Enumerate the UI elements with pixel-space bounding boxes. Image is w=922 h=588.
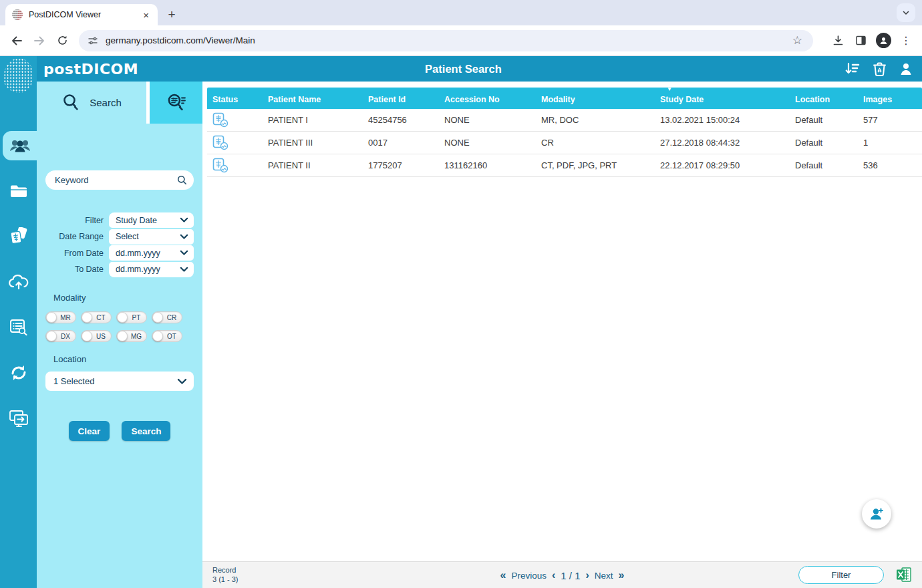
column-header-patient-name[interactable]: Patient Name: [263, 88, 363, 109]
location-select[interactable]: 1 Selected: [45, 372, 194, 391]
table-row[interactable]: PATIENT I 45254756 NONE MR, DOC 13.02.20…: [207, 109, 922, 132]
url-bar[interactable]: germany.postdicom.com/Viewer/Main ☆: [79, 30, 813, 51]
add-patient-fab[interactable]: [862, 499, 891, 529]
previous-page-icon[interactable]: ‹: [552, 569, 555, 581]
site-settings-icon[interactable]: [86, 33, 100, 48]
screen: PostDICOM Viewer × + germany.postdicom.c…: [0, 0, 922, 588]
downloads-icon[interactable]: [826, 29, 849, 52]
column-header-study-date[interactable]: ▼Study Date: [655, 88, 790, 109]
sidebar-item-sync[interactable]: [0, 358, 37, 388]
tab-advanced-search[interactable]: [150, 82, 202, 124]
cell-patient-name: PATIENT III: [263, 132, 363, 154]
profile-avatar-icon[interactable]: [876, 33, 891, 48]
modality-toggle-dx[interactable]: DX: [45, 330, 76, 342]
modality-toggles: MR CT PT CR DX US MG OT: [45, 311, 187, 342]
sort-order-icon[interactable]: [845, 62, 860, 76]
modality-toggle-ot[interactable]: OT: [152, 330, 182, 342]
column-header-location[interactable]: Location: [790, 88, 858, 109]
filter-select[interactable]: dd.mm.yyyy: [109, 262, 194, 277]
table-row[interactable]: PATIENT III 0017 NONE CR 27.12.2018 08:4…: [207, 132, 922, 154]
table-row[interactable]: PATIENT II 1775207 131162160 CT, PDF, JP…: [207, 154, 922, 177]
filter-button[interactable]: Filter: [798, 566, 884, 584]
chevron-down-icon: [180, 250, 188, 256]
side-panel-icon[interactable]: [849, 29, 872, 52]
results-area: StatusPatient NamePatient IdAccession No…: [202, 82, 922, 588]
cell-study-date: 13.02.2021 15:00:24: [655, 109, 790, 131]
sidebar-item-patients[interactable]: [3, 131, 37, 160]
column-header-modality[interactable]: Modality: [536, 88, 655, 109]
list-search-icon: [9, 319, 28, 336]
filter-select[interactable]: dd.mm.yyyy: [109, 245, 194, 261]
filter-label: Filter: [45, 216, 109, 225]
search-icon: [61, 93, 82, 113]
modality-toggle-mg[interactable]: MG: [116, 330, 147, 342]
modality-toggle-cr[interactable]: CR: [152, 311, 182, 323]
bookmark-star-icon[interactable]: ☆: [788, 33, 806, 47]
page-indicator: 1 / 1: [561, 570, 580, 581]
clear-button[interactable]: Clear: [69, 421, 110, 441]
cell-accession-no: NONE: [439, 132, 536, 154]
previous-button[interactable]: Previous: [511, 571, 547, 581]
export-excel-icon[interactable]: [896, 567, 911, 582]
toggle-knob: [117, 331, 128, 341]
tab-basic-search[interactable]: Search: [37, 82, 146, 124]
next-button[interactable]: Next: [595, 571, 613, 581]
recycle-bin-icon[interactable]: [873, 62, 886, 76]
search-panel: Search Filter Study Date Date Range Sele…: [37, 82, 202, 588]
location-value: 1 Selected: [53, 376, 177, 386]
toolbar-actions: ⋮: [821, 29, 917, 52]
cell-location: Default: [790, 154, 858, 176]
browser-tabstrip: PostDICOM Viewer × +: [0, 0, 922, 25]
browser-toolbar: germany.postdicom.com/Viewer/Main ☆ ⋮: [0, 25, 922, 56]
modality-toggle-ct[interactable]: CT: [81, 311, 112, 323]
chevron-down-icon: [177, 378, 187, 385]
study-status-icon: [212, 135, 229, 150]
modality-toggle-pt[interactable]: PT: [116, 311, 147, 323]
filter-select[interactable]: Study Date: [109, 212, 194, 228]
sidebar-item-studies[interactable]: [0, 222, 37, 251]
sidebar-item-cloud-upload[interactable]: [0, 267, 37, 297]
browser-tab[interactable]: PostDICOM Viewer ×: [5, 4, 158, 25]
column-header-accession-no[interactable]: Accession No: [439, 88, 536, 109]
keyword-input[interactable]: [55, 175, 177, 185]
tab-basic-search-label: Search: [90, 97, 122, 108]
filter-select[interactable]: Select: [109, 229, 194, 245]
last-page-icon[interactable]: »: [619, 569, 625, 581]
column-header-images[interactable]: Images: [858, 88, 922, 109]
postdicom-logo: postDICOM: [43, 61, 138, 78]
cell-location: Default: [790, 132, 858, 154]
advanced-search-icon: [165, 92, 188, 114]
reload-icon[interactable]: [51, 29, 73, 52]
filter-row: To Date dd.mm.yyyy: [45, 262, 194, 277]
filter-label: To Date: [45, 265, 109, 274]
forward-icon[interactable]: [28, 29, 51, 52]
user-account-icon[interactable]: [899, 62, 913, 76]
cell-images: 1: [858, 132, 922, 154]
keyword-search-field[interactable]: [45, 170, 194, 190]
back-icon[interactable]: [5, 29, 28, 52]
cell-patient-id: 0017: [363, 132, 439, 154]
column-header-status[interactable]: Status: [207, 88, 263, 109]
modality-toggle-mr[interactable]: MR: [45, 311, 76, 323]
new-tab-button[interactable]: +: [163, 6, 180, 23]
url-text[interactable]: germany.postdicom.com/Viewer/Main: [106, 35, 788, 45]
browser-menu-icon[interactable]: ⋮: [895, 34, 917, 47]
sidebar-item-remote-share[interactable]: [0, 404, 37, 433]
cell-patient-name: PATIENT II: [263, 154, 363, 176]
cell-modality: CR: [536, 132, 655, 154]
table-header-row: StatusPatient NamePatient IdAccession No…: [207, 88, 922, 109]
sidebar-item-folders[interactable]: [0, 176, 37, 206]
location-label: Location: [53, 354, 86, 364]
sidebar-item-worklist-search[interactable]: [0, 313, 37, 342]
sort-desc-icon: ▼: [667, 87, 672, 92]
keyword-search-icon[interactable]: [177, 175, 187, 185]
first-page-icon[interactable]: «: [500, 569, 506, 581]
modality-toggle-us[interactable]: US: [81, 330, 112, 342]
tab-title: PostDICOM Viewer: [29, 10, 141, 19]
panel-buttons: Clear Search: [37, 421, 202, 441]
tab-close-icon[interactable]: ×: [141, 10, 151, 20]
search-button[interactable]: Search: [122, 421, 170, 441]
tab-search-button[interactable]: [897, 3, 915, 22]
column-header-patient-id[interactable]: Patient Id: [363, 88, 439, 109]
next-page-icon[interactable]: ›: [585, 569, 589, 581]
